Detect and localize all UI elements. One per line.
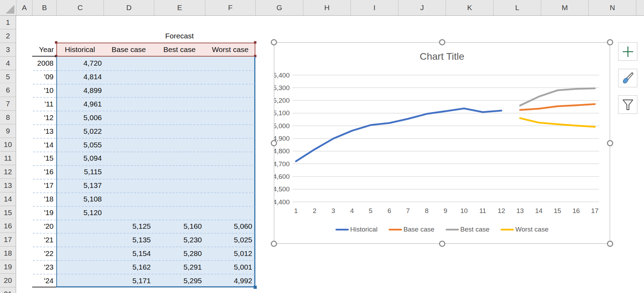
legend-label: Historical [350, 226, 377, 233]
cell-F16[interactable]: 5,060 [205, 220, 252, 233]
cell-C7[interactable]: 4,961 [56, 97, 102, 111]
chart-handle-bottom-left[interactable] [271, 241, 277, 247]
x-axis-tick-label: 1 [294, 207, 298, 214]
x-axis-tick-label: 13 [516, 207, 524, 214]
series-line-best-case[interactable] [520, 88, 595, 105]
cell-E16[interactable]: 5,160 [154, 220, 202, 233]
range-corner-handle[interactable] [55, 41, 57, 44]
chart-filters-button[interactable] [618, 95, 637, 114]
x-axis-tick-label: 10 [460, 207, 468, 214]
chart-handle-top-right[interactable] [607, 39, 613, 45]
chart-handle-bottom-middle[interactable] [439, 241, 445, 247]
excel-worksheet: { "spreadsheet": { "column_letters": ["A… [0, 0, 644, 293]
chart-handle-bottom-right[interactable] [607, 241, 613, 247]
cell-C11[interactable]: 5,094 [56, 152, 102, 165]
series-line-base-case[interactable] [520, 104, 595, 110]
cell-D20[interactable]: 5,171 [104, 274, 151, 287]
cell-C12[interactable]: 5,115 [56, 165, 102, 179]
y-axis-tick-label: 4,800 [274, 147, 290, 155]
cell-F19[interactable]: 5,001 [205, 260, 252, 274]
x-axis-tick-label: 3 [332, 207, 335, 214]
chart-legend[interactable]: HistoricalBase caseBest caseWorst case [274, 226, 610, 233]
cell-B6[interactable]: '10 [32, 84, 54, 97]
legend-item-best-case[interactable]: Best case [446, 226, 489, 233]
cell-B12[interactable]: '16 [32, 165, 54, 179]
y-axis-tick-label: 5,000 [274, 122, 290, 130]
worst-case-column-header[interactable]: Worst case [205, 43, 255, 56]
forecast-label-cell[interactable]: Forecast [104, 29, 255, 43]
cell-B14[interactable]: '18 [32, 192, 54, 206]
x-axis-tick-label: 5 [369, 207, 373, 214]
year-column-header[interactable]: Year [32, 43, 54, 56]
y-axis-tick-label: 4,900 [274, 135, 290, 142]
cell-E17[interactable]: 5,230 [154, 233, 202, 247]
base-case-column-header[interactable]: Base case [104, 43, 154, 56]
cell-B15[interactable]: '19 [32, 206, 54, 220]
chart-handle-mid-right[interactable] [607, 140, 613, 146]
y-axis-tick-label: 4,400 [274, 198, 290, 206]
x-axis-tick-label: 6 [388, 207, 391, 214]
cell-B18[interactable]: '22 [32, 247, 54, 260]
cell-E19[interactable]: 5,291 [154, 260, 202, 274]
cell-C4[interactable]: 4,720 [56, 57, 102, 70]
cell-B19[interactable]: '23 [32, 260, 54, 274]
range-corner-handle[interactable] [254, 41, 256, 44]
range-fill-handle[interactable] [254, 286, 257, 289]
cell-C13[interactable]: 5,137 [56, 179, 102, 192]
chart-styles-button[interactable] [618, 69, 637, 87]
series-line-worst-case[interactable] [520, 118, 595, 127]
legend-item-worst-case[interactable]: Worst case [501, 226, 549, 233]
cell-B7[interactable]: '11 [32, 97, 54, 111]
x-axis-tick-label: 15 [554, 207, 561, 214]
cell-B8[interactable]: '12 [32, 111, 54, 124]
x-axis-tick-label: 9 [444, 207, 447, 214]
legend-swatch [335, 229, 349, 230]
chart-plot-area: 4,4004,5004,6004,7004,8004,9005,0005,100… [274, 43, 610, 244]
cell-D17[interactable]: 5,135 [104, 233, 151, 247]
cell-C14[interactable]: 5,108 [56, 192, 102, 206]
best-case-column-header[interactable]: Best case [154, 43, 205, 56]
x-axis-tick-label: 12 [498, 207, 505, 214]
cell-C15[interactable]: 5,120 [56, 206, 102, 220]
cell-B5[interactable]: '09 [32, 70, 54, 84]
y-axis-tick-label: 5,100 [274, 109, 290, 117]
cell-B13[interactable]: '17 [32, 179, 54, 192]
cell-C5[interactable]: 4,814 [56, 70, 102, 84]
cell-B4[interactable]: 2008 [32, 57, 54, 70]
chart-handle-top-middle[interactable] [439, 39, 445, 45]
legend-item-base-case[interactable]: Base case [389, 226, 434, 233]
cell-F18[interactable]: 5,012 [205, 247, 252, 260]
historical-column-header[interactable]: Historical [56, 43, 104, 56]
legend-swatch [389, 229, 402, 230]
series-line-historical[interactable] [296, 108, 501, 161]
cell-C10[interactable]: 5,055 [56, 138, 102, 152]
chart-handle-mid-left[interactable] [271, 140, 277, 146]
cell-B20[interactable]: '24 [32, 274, 54, 287]
paintbrush-icon [621, 72, 635, 85]
chart-object[interactable]: Chart Title 4,4004,5004,6004,7004,8004,9… [274, 42, 610, 244]
chart-elements-button[interactable] [618, 42, 637, 61]
cell-C9[interactable]: 5,022 [56, 124, 102, 138]
cell-B11[interactable]: '15 [32, 152, 54, 165]
cell-C6[interactable]: 4,899 [56, 84, 102, 97]
cell-B17[interactable]: '21 [32, 233, 54, 247]
cell-D19[interactable]: 5,162 [104, 260, 151, 274]
x-axis-tick-label: 11 [479, 207, 486, 214]
cell-F20[interactable]: 4,992 [205, 274, 252, 287]
legend-item-historical[interactable]: Historical [335, 226, 377, 233]
chart-handle-top-left[interactable] [271, 39, 277, 45]
x-axis-tick-label: 17 [591, 207, 599, 214]
cell-B9[interactable]: '13 [32, 124, 54, 138]
cell-E20[interactable]: 5,295 [154, 274, 202, 287]
cell-B10[interactable]: '14 [32, 138, 54, 152]
legend-swatch [501, 229, 514, 230]
x-axis-tick-label: 16 [572, 207, 580, 214]
cell-D18[interactable]: 5,154 [104, 247, 151, 260]
y-axis-tick-label: 4,500 [274, 185, 290, 193]
legend-swatch [446, 229, 459, 230]
cell-E18[interactable]: 5,280 [154, 247, 202, 260]
cell-F17[interactable]: 5,025 [205, 233, 252, 247]
cell-C8[interactable]: 5,006 [56, 111, 102, 124]
cell-D16[interactable]: 5,125 [104, 220, 151, 233]
cell-B16[interactable]: '20 [32, 220, 54, 233]
